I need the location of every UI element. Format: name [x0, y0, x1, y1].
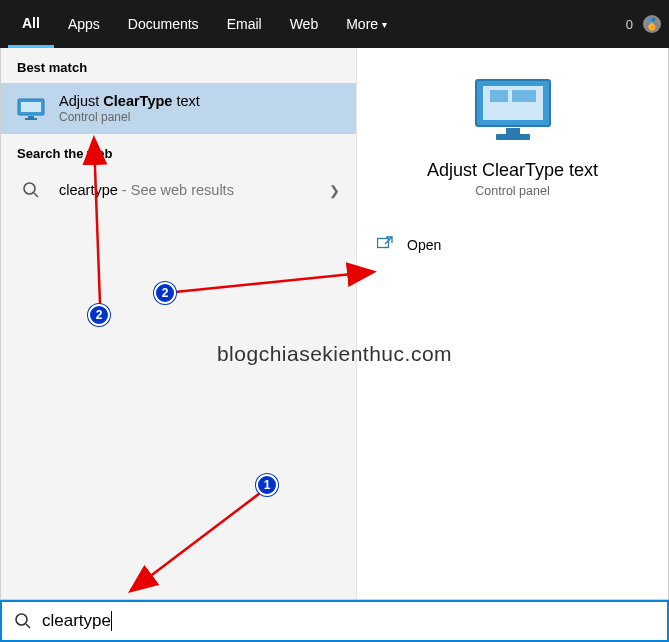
- svg-rect-11: [496, 134, 530, 140]
- web-result[interactable]: cleartype - See web results ❯: [1, 169, 356, 211]
- open-label: Open: [407, 237, 441, 253]
- svg-point-4: [24, 183, 35, 194]
- svg-line-5: [34, 193, 38, 197]
- svg-point-13: [16, 614, 27, 625]
- svg-rect-8: [490, 90, 508, 102]
- result-subtitle: Control panel: [59, 110, 200, 124]
- monitor-icon: [17, 98, 45, 120]
- result-title: Adjust ClearType text: [59, 93, 200, 109]
- tab-label: More: [346, 16, 378, 32]
- tab-more[interactable]: More▾: [332, 0, 401, 48]
- tab-web[interactable]: Web: [276, 0, 333, 48]
- search-results-panel: Best match Adjust ClearType text Control…: [0, 48, 669, 600]
- search-icon: [17, 179, 45, 201]
- best-match-heading: Best match: [1, 48, 356, 83]
- tab-email[interactable]: Email: [213, 0, 276, 48]
- svg-rect-10: [506, 128, 520, 134]
- tab-label: All: [22, 15, 40, 31]
- search-input-text[interactable]: cleartype: [42, 611, 112, 632]
- svg-rect-9: [512, 90, 536, 102]
- tab-documents[interactable]: Documents: [114, 0, 213, 48]
- tab-label: Documents: [128, 16, 199, 32]
- tab-label: Email: [227, 16, 262, 32]
- preview-title: Adjust ClearType text: [427, 160, 598, 181]
- search-icon: [14, 612, 32, 630]
- preview-monitor-icon: [468, 76, 558, 146]
- rewards-count: 0: [626, 17, 633, 32]
- search-bar[interactable]: cleartype: [0, 600, 669, 642]
- results-list: Best match Adjust ClearType text Control…: [1, 48, 357, 599]
- svg-rect-1: [21, 102, 41, 112]
- preview-pane: Adjust ClearType text Control panel Open: [357, 48, 668, 599]
- preview-subtitle: Control panel: [475, 184, 549, 198]
- topbar-right: 0 🏅: [626, 15, 661, 33]
- tab-all[interactable]: All: [8, 0, 54, 48]
- tab-apps[interactable]: Apps: [54, 0, 114, 48]
- rewards-icon[interactable]: 🏅: [643, 15, 661, 33]
- search-web-heading: Search the web: [1, 134, 356, 169]
- chevron-down-icon: ▾: [382, 19, 387, 30]
- best-match-result[interactable]: Adjust ClearType text Control panel: [1, 83, 356, 134]
- web-result-title: cleartype - See web results: [59, 182, 234, 198]
- open-icon: [377, 236, 393, 253]
- svg-line-14: [26, 624, 30, 628]
- svg-rect-3: [25, 118, 37, 120]
- tab-label: Apps: [68, 16, 100, 32]
- svg-rect-2: [28, 116, 34, 118]
- chevron-right-icon: ❯: [329, 183, 340, 198]
- tab-label: Web: [290, 16, 319, 32]
- search-filter-tabs: All Apps Documents Email Web More▾ 0 🏅: [0, 0, 669, 48]
- open-action[interactable]: Open: [357, 226, 668, 263]
